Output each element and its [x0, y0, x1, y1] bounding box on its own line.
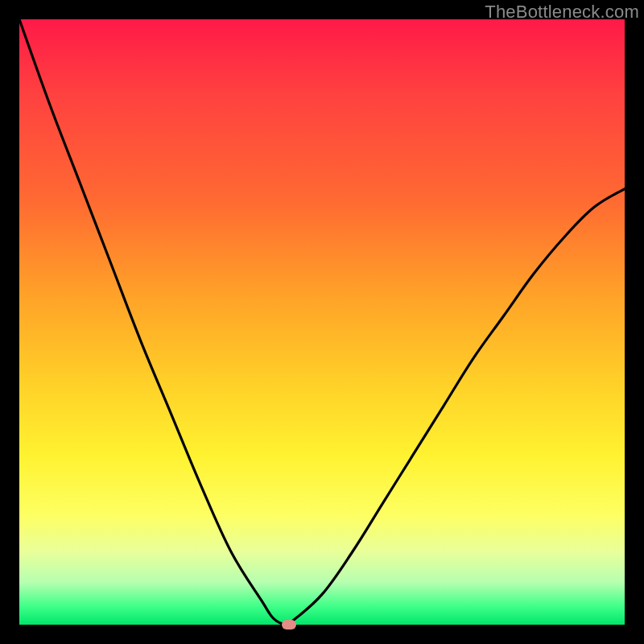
minimum-marker [282, 620, 296, 630]
watermark-text: TheBottleneck.com [485, 2, 639, 23]
plot-area [19, 19, 625, 625]
chart-frame: TheBottleneck.com [0, 0, 644, 644]
bottleneck-curve [19, 19, 625, 625]
